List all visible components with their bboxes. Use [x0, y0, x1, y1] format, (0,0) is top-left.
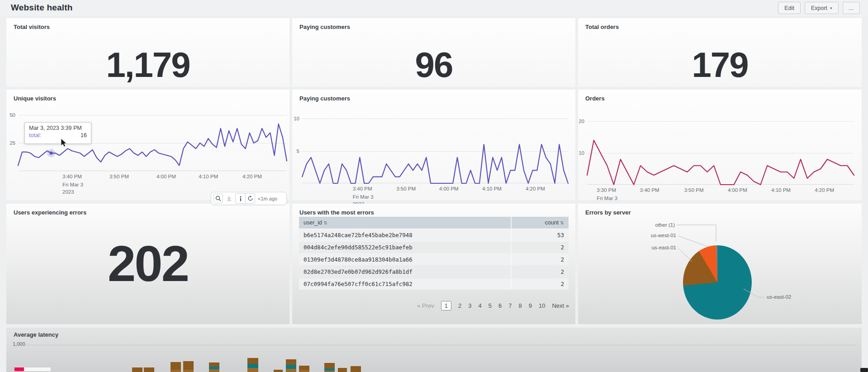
more-options-button[interactable]: ... [843, 2, 860, 14]
refresh-icon[interactable] [245, 194, 255, 203]
user-id-cell: 01309ef3d48780ce8aa918304b0a1a66 [299, 254, 512, 265]
pagination-prev[interactable]: « Prev [417, 302, 434, 309]
y-axis-tick-label: 5 [288, 148, 299, 154]
count-cell: 2 [512, 266, 569, 277]
orders-chart[interactable]: 10203:30 PMFri Mar 3 20233:40 PM3:50 PM4… [587, 119, 854, 185]
pie-label-us-west-01: us-west-01 [651, 233, 676, 238]
edit-button[interactable]: Edit [778, 2, 801, 14]
pagination-page-1[interactable]: 1 [441, 301, 451, 310]
pagination-page-5[interactable]: 5 [489, 302, 492, 309]
kpi-total-orders-panel: Total orders 179 [578, 18, 862, 87]
sort-icon: ⇅ [323, 220, 327, 225]
video-progress-bar[interactable] [14, 367, 24, 371]
pagination-page-10[interactable]: 10 [539, 302, 545, 309]
info-icon[interactable] [236, 194, 245, 203]
page-title: Website health [11, 3, 73, 13]
chart-hover-toolbar: <1m ago [211, 192, 287, 205]
tooltip-timestamp: Mar 3, 2023 3:39 PM [29, 125, 87, 131]
latency-bar[interactable] [132, 367, 142, 372]
latency-bar[interactable] [351, 366, 361, 372]
orders-chart-panel: Orders 10203:30 PMFri Mar 3 20233:40 PM3… [578, 90, 862, 200]
users-experiencing-errors-value: 202 [6, 234, 289, 293]
x-axis-tick-label: 3:30 PM [597, 187, 616, 193]
y-axis-tick-label: 50 [4, 112, 15, 118]
errors-by-server-panel: Errors by server other (1) us-west-01 us… [578, 204, 862, 324]
user-id-cell: 07c0994fa76e507cff0c61c715afc982 [299, 278, 512, 290]
x-axis-tick-label: 3:40 PM [640, 187, 659, 193]
table-row: b6e5174a248cae72bfe45babe2be794853 [299, 229, 569, 241]
latency-bar-segment [209, 362, 219, 367]
latency-bar[interactable] [247, 358, 258, 372]
sort-icon: ⇅ [560, 220, 564, 225]
resize-caret-icon[interactable]: ▼ [128, 73, 133, 79]
x-axis-date-label: Fri Mar 3 2023 [62, 181, 83, 196]
table-row: 01309ef3d48780ce8aa918304b0a1a662 [299, 254, 569, 265]
pagination-page-3[interactable]: 3 [468, 302, 471, 309]
pie-label-us-east-01: us-east-01 [652, 245, 676, 250]
panel-title: Users with the most errors [299, 209, 374, 216]
table-row: 004d84c2efe90dd585522e5c91baefeb2 [299, 242, 569, 253]
panel-title: Total visitors [14, 24, 50, 30]
download-icon[interactable] [225, 194, 233, 203]
average-latency-panel: Average latency 1,000 [6, 328, 862, 372]
kpi-total-visitors-panel: Total visitors 1,179 ▼ [6, 18, 289, 87]
latency-bar-segment [171, 362, 181, 370]
panel-title: Paying customers [299, 24, 350, 30]
pagination-page-4[interactable]: 4 [479, 302, 482, 309]
count-cell: 53 [512, 229, 569, 241]
latency-bar[interactable] [324, 363, 335, 372]
header-actions: Edit Export▾ ... [778, 2, 860, 14]
x-axis-tick-label: 4:00 PM [728, 187, 747, 193]
pagination-page-7[interactable]: 7 [508, 302, 512, 309]
latency-bar-segment [274, 370, 283, 372]
latency-bar[interactable] [144, 367, 154, 372]
column-header-count[interactable]: count ⇅ [512, 217, 569, 229]
latency-bar[interactable] [299, 366, 309, 372]
count-cell: 2 [512, 278, 569, 290]
latency-y-tick: 1,000 [13, 341, 25, 347]
latency-bar[interactable] [338, 368, 347, 372]
latency-bar-segment [299, 366, 309, 370]
pagination-page-9[interactable]: 9 [529, 302, 532, 309]
latency-bar-segment [183, 370, 194, 372]
latency-bar-segment [299, 370, 309, 372]
latency-bar[interactable] [171, 362, 181, 372]
panel-title: Total orders [585, 24, 619, 30]
x-axis-tick-label: 4:10 PM [771, 187, 791, 193]
latency-gridline-1000 [25, 345, 856, 345]
x-axis-tick-label: 4:20 PM [815, 187, 834, 193]
y-axis-tick-label: 10 [573, 150, 584, 156]
y-axis-tick-label: 10 [288, 116, 299, 121]
latency-bar[interactable] [286, 359, 296, 372]
tooltip-series-label: total: [29, 132, 41, 138]
paying-customers-chart[interactable]: 5103:40 PMFri Mar 3 20233:50 PM4:00 PM4:… [302, 119, 568, 183]
pagination-page-2[interactable]: 2 [458, 302, 461, 309]
zoom-icon[interactable] [213, 194, 223, 203]
latency-bar[interactable] [209, 362, 219, 372]
count-cell: 2 [512, 242, 569, 253]
y-axis-tick-label: 25 [4, 140, 15, 146]
kpi-paying-customers-panel: Paying customers 96 [292, 18, 575, 87]
column-header-user-id[interactable]: user_id ⇅ [299, 217, 512, 229]
pagination-page-6[interactable]: 6 [498, 302, 502, 309]
x-axis-tick-label: 4:10 PM [482, 186, 502, 191]
export-button[interactable]: Export▾ [805, 2, 839, 14]
unique-visitors-panel: Unique visitors 25503:40 PMFri Mar 3 202… [6, 90, 289, 200]
panel-title: Unique visitors [14, 95, 56, 102]
pagination-next[interactable]: Next » [552, 302, 569, 309]
y-axis-tick-label: 20 [573, 119, 584, 124]
latency-bar-segment [247, 368, 258, 372]
header-bar: Website health Edit Export▾ ... [0, 0, 868, 16]
latency-bar-segment [286, 365, 296, 369]
chart-tooltip: Mar 3, 2023 3:39 PM total: 16 [24, 122, 91, 144]
tooltip-value: 16 [81, 132, 87, 138]
pie-label-us-east-02: us-east-02 [767, 294, 791, 300]
latency-bar-segment [247, 364, 258, 368]
pagination-page-8[interactable]: 8 [518, 302, 522, 309]
mouse-cursor-icon [60, 138, 69, 148]
latency-bar[interactable] [183, 361, 194, 372]
x-axis-tick-label: 4:20 PM [526, 186, 545, 191]
user-id-cell: b6e5174a248cae72bfe45babe2be7948 [299, 229, 512, 241]
last-refresh-label: <1m ago [258, 196, 277, 201]
latency-bar[interactable] [274, 370, 283, 372]
